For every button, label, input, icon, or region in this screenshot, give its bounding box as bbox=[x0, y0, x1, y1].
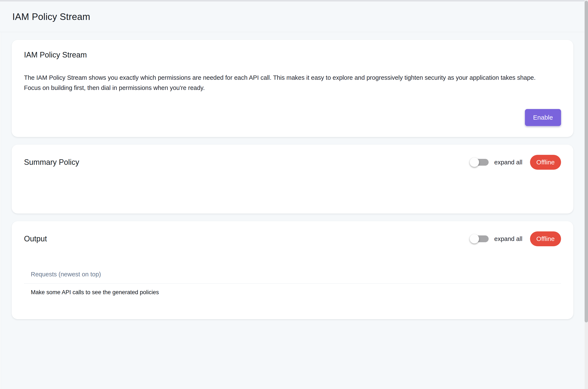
output-status-badge: Offline bbox=[530, 231, 561, 246]
summary-expand-all-toggle[interactable] bbox=[471, 159, 489, 166]
summary-expand-all-label: expand all bbox=[494, 159, 522, 166]
page-title: IAM Policy Stream bbox=[12, 11, 90, 22]
enable-button[interactable]: Enable bbox=[525, 109, 561, 126]
output-header: Output expand all Offline bbox=[24, 231, 561, 246]
main-content: IAM Policy Stream The IAM Policy Stream … bbox=[0, 32, 585, 389]
output-expand-all-toggle[interactable] bbox=[471, 235, 489, 242]
summary-policy-title: Summary Policy bbox=[24, 158, 79, 167]
summary-status-badge: Offline bbox=[530, 155, 561, 170]
summary-policy-card: Summary Policy expand all Offline bbox=[12, 145, 573, 214]
intro-card-actions: Enable bbox=[24, 109, 561, 126]
output-title: Output bbox=[24, 234, 47, 243]
toggle-knob bbox=[470, 234, 479, 243]
requests-heading: Requests (newest on top) bbox=[31, 271, 561, 278]
output-controls: expand all Offline bbox=[471, 231, 561, 246]
intro-card: IAM Policy Stream The IAM Policy Stream … bbox=[12, 40, 573, 137]
output-expand-all-label: expand all bbox=[494, 235, 522, 242]
page-header: IAM Policy Stream bbox=[0, 1, 585, 32]
intro-card-title: IAM Policy Stream bbox=[24, 50, 561, 59]
intro-card-description: The IAM Policy Stream shows you exactly … bbox=[24, 72, 540, 93]
toggle-knob bbox=[470, 158, 479, 167]
window-top-strip bbox=[0, 0, 588, 1]
summary-policy-controls: expand all Offline bbox=[471, 155, 561, 170]
requests-divider bbox=[24, 283, 561, 284]
summary-policy-header: Summary Policy expand all Offline bbox=[24, 155, 561, 170]
requests-empty-message: Make some API calls to see the generated… bbox=[31, 289, 561, 296]
scrollbar-track[interactable] bbox=[585, 0, 588, 389]
output-card: Output expand all Offline Requests (newe… bbox=[12, 221, 573, 319]
scrollbar-thumb[interactable] bbox=[585, 1, 588, 323]
